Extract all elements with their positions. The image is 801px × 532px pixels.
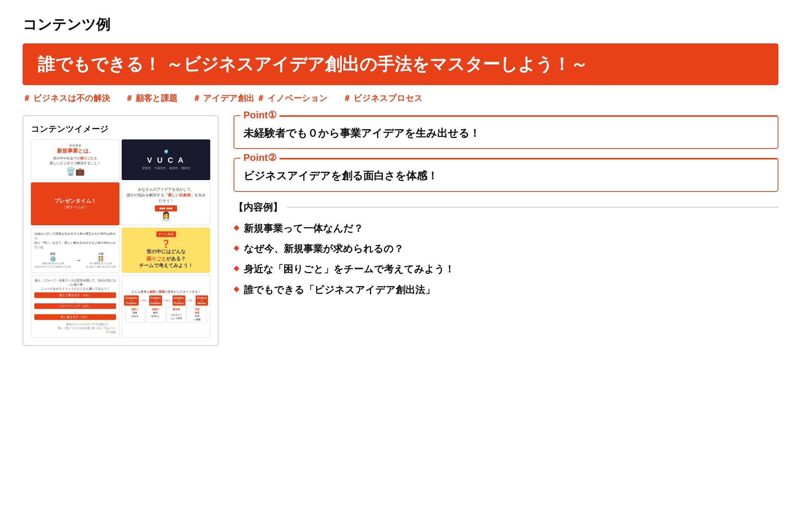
- slide-kadai: 仕組みに沿って課題を生み出す人材が重宝された時代は終わり、 自ら「問い」を立て、…: [31, 228, 119, 273]
- hero-banner-text: 誰でもできる！ ～ビジネスアイデア創出の手法をマスターしよう！～: [38, 54, 763, 75]
- slide-yellow: チーム発表 ❓ 世の中にはどんな 困りごとがある？ チームで考えてみよう！: [122, 228, 210, 273]
- point-2-box: Point② ビジネスアイデアを創る面白さを体感！: [234, 158, 778, 191]
- slide7-arrow2: ↓: [34, 310, 116, 314]
- slide3-sub: （何チームか）: [62, 205, 89, 210]
- slide4-person: 👩‍💼: [161, 211, 171, 221]
- slide1-label: 新規事業: [35, 144, 115, 148]
- slide6-icon: ❓: [161, 239, 171, 248]
- contents-header: 【内容例】: [234, 201, 778, 214]
- slide7-item1: 個人で書き出す（5分）: [34, 292, 116, 298]
- slide-idea: みなさんのアイデアを活かして、 誰かの悩みを解決する「新しい社創者」を生みだそう…: [122, 182, 210, 225]
- point-2-text: ビジネスアイデアを創る面白さを体感！: [243, 168, 769, 183]
- fw-row: Customer×Problem — Fit — Problem×Solutio…: [125, 295, 207, 306]
- fw-arrow4: —: [169, 299, 172, 302]
- slide2-vuca-title: V U C A: [147, 156, 185, 165]
- point-2-label: Point②: [240, 152, 280, 164]
- tag-1: ＃ ビジネスは不の解決: [23, 93, 110, 104]
- right-panel: Point① 未経験者でも０から事業アイデアを生み出せる！ Point② ビジネ…: [234, 115, 778, 303]
- fw-fit2: Fit: [166, 299, 169, 302]
- page-title: コンテンツ例: [23, 15, 778, 34]
- point-1-text: 未経験者でも０から事業アイデアを生み出せる！: [243, 126, 769, 141]
- slide4-main: みなさんのアイデアを活かして、 誰かの悩みを解決する「新しい社創者」を生みだそう…: [126, 187, 206, 203]
- slide3-text: プレゼンタイム！: [54, 198, 96, 205]
- point-2-line: [280, 158, 778, 159]
- fw-box3: 解決策→ プロダクトとして実現: [167, 307, 186, 323]
- slide4-btn: ■■■ ■■■: [155, 205, 177, 211]
- slide-shinki: 新規事業 新規事業とは、 世の中や社会での困りごとを新しいビジネスで解決すること…: [31, 139, 119, 180]
- content-image-title: コンテンツイメージ: [31, 124, 210, 135]
- fw-fit1: Fit: [142, 299, 145, 302]
- slide8-bottom: 顧客に 課題はある 課題の 解決ほぼなし 解決策→ プロダクトとして実現 市場規…: [125, 307, 207, 323]
- content-item-1: ◆ 新規事業って一体なんだ？: [234, 222, 778, 235]
- slide7-arrow1: ↓: [34, 299, 116, 303]
- content-image-panel: コンテンツイメージ 新規事業 新規事業とは、 世の中や社会での困りごとを新しいビ…: [23, 115, 219, 346]
- contents-section: 【内容例】 ◆ 新規事業って一体なんだ？ ◆ なぜ今、新規事業が求められるの？ …: [234, 201, 778, 297]
- slide5-after: 今後 🧑‍🤝‍🧑 自ら課題を立てる人材自ら新しい解を生み出す人材: [86, 252, 116, 269]
- slide6-text: 世の中にはどんな 困りごとがある？ チームで考えてみよう！: [139, 248, 193, 269]
- slide5-cols: 課題 ⚙️ 正解を導き出せる人材仕組みの中でタスクを解決する人材 → 今後 🧑‍…: [34, 252, 116, 269]
- slide-vuca: 🌍 V U C A 変動性不確実性複雑性曖昧性: [122, 139, 210, 180]
- point-1-box: Point① 未経験者でも０から事業アイデアを生み出せる！: [234, 115, 778, 149]
- fw-fit3: Fit: [189, 299, 192, 302]
- diamond-icon-3: ◆: [234, 263, 239, 272]
- slide7-item2: グループシェア（5分）: [34, 303, 116, 309]
- fw-customer: Customer×Problem: [124, 295, 139, 306]
- slide5-text: 仕組みに沿って課題を生み出す人材が重宝された時代は終わり、 自ら「問い」を立て、…: [34, 232, 116, 250]
- slide1-title: 新規事業とは、: [57, 148, 94, 154]
- slide7-timer: ⏱ 15分: [106, 330, 116, 334]
- point-1-line: [280, 116, 778, 117]
- slide8-intro: どんな事業も顧客と課題の発見からスタートする！: [131, 290, 201, 294]
- slide1-sub: 世の中や社会での困りごとを新しいビジネスで解決すること！: [50, 156, 101, 165]
- fw-box1: 顧客に 課題はある: [125, 307, 145, 323]
- fw-solution: Problem×Solution: [149, 295, 162, 306]
- slide7-intro: 個人・グループ・全体で一人の意見を聞いて、自分が気になった困り事ニュースをポスト…: [34, 278, 116, 291]
- tag-4: ＃ ビジネスプロセス: [343, 93, 423, 104]
- fw-box4: 市場規模 市場へ展開: [187, 307, 207, 323]
- content-item-3: ◆ 身近な「困りごと」をチームで考えてみよう！: [234, 262, 778, 276]
- content-text-2: なぜ今、新規事業が求められるの？: [244, 242, 404, 255]
- fw-market: Product×Market: [196, 295, 208, 306]
- content-text-4: 誰でもできる「ビジネスアイデア創出法」: [244, 283, 435, 297]
- content-item-2: ◆ なぜ今、新規事業が求められるの？: [234, 242, 778, 255]
- fw-arrow3: —: [162, 299, 165, 302]
- fw-arrow1: —: [139, 299, 142, 302]
- fw-box2: 課題の 解決ほぼなし: [146, 307, 166, 323]
- diamond-icon-1: ◆: [234, 223, 239, 232]
- tag-3: ＃ アイデア創出 ＃ イノベーション: [193, 93, 327, 104]
- slide6-tag: チーム発表: [156, 231, 176, 237]
- content-item-4: ◆ 誰でもできる「ビジネスアイデア創出法」: [234, 283, 778, 297]
- contents-header-line: [287, 207, 778, 208]
- content-text-3: 身近な「困りごと」をチームで考えてみよう！: [244, 262, 454, 276]
- slide7-item3: 更に書き足す（5分）: [34, 314, 116, 320]
- fw-arrow5: —: [186, 299, 189, 302]
- slide5-arrow: →: [75, 257, 81, 264]
- hero-banner: 誰でもできる！ ～ビジネスアイデア創出の手法をマスターしよう！～: [23, 43, 778, 85]
- content-text-1: 新規事業って一体なんだ？: [244, 222, 363, 235]
- slide5-before: 課題 ⚙️ 正解を導き出せる人材仕組みの中でタスクを解決する人材: [35, 252, 71, 269]
- tag-2: ＃ 顧客と課題: [125, 93, 177, 104]
- diamond-icon-4: ◆: [234, 284, 239, 293]
- slide2-world: 🌍: [164, 150, 168, 154]
- slide-grid: 新規事業 新規事業とは、 世の中や社会での困りごとを新しいビジネスで解決すること…: [31, 139, 210, 338]
- fw-arrow2: —: [146, 299, 149, 302]
- slide-presentation: プレゼンタイム！ （何チームか）: [31, 182, 119, 225]
- main-content: コンテンツイメージ 新規事業 新規事業とは、 世の中や社会での困りごとを新しいビ…: [23, 115, 778, 346]
- contents-header-text: 【内容例】: [234, 201, 283, 214]
- diamond-icon-2: ◆: [234, 243, 239, 252]
- slide-framework: どんな事業も顧客と課題の発見からスタートする！ Customer×Problem…: [122, 275, 210, 338]
- slide2-sub: 変動性不確実性複雑性曖昧性: [142, 166, 190, 170]
- slide-list: 個人・グループ・全体で一人の意見を聞いて、自分が気になった困り事ニュースをポスト…: [31, 275, 119, 338]
- fw-arrow6: —: [192, 299, 195, 302]
- tags-row: ＃ ビジネスは不の解決 ＃ 顧客と課題 ＃ アイデア創出 ＃ イノベーション ＃…: [23, 93, 778, 104]
- slide7-note: 各自のメンバーのアイデアを踏んで新しく思いついたものを更に多く出してみよう！: [58, 323, 116, 330]
- point-1-label: Point①: [240, 109, 280, 121]
- fw-product: Solution×Product: [173, 295, 185, 306]
- slide1-icon: 🗑️💼: [66, 167, 85, 176]
